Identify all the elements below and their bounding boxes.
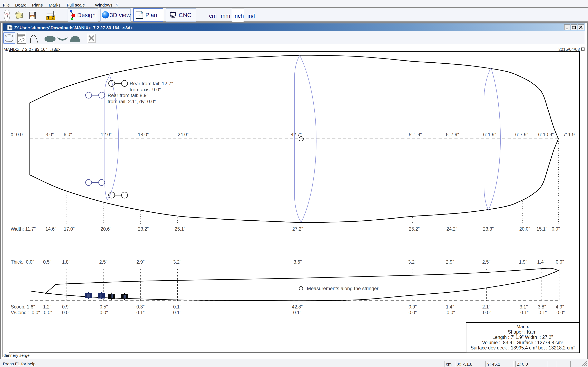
svg-text:24.2": 24.2" xyxy=(447,226,457,232)
svg-text:0.9": 0.9" xyxy=(408,304,417,309)
svg-text:-0.0": -0.0" xyxy=(481,310,491,315)
svg-text:0.1": 0.1" xyxy=(173,304,181,309)
svg-text:0.1": 0.1" xyxy=(136,310,145,315)
svg-text:V/Conc.: -0.0": V/Conc.: -0.0" xyxy=(11,310,40,315)
svg-text:15.1": 15.1" xyxy=(536,226,547,232)
svg-text:0.0": 0.0" xyxy=(100,310,108,315)
svg-text:0.1": 0.1" xyxy=(173,310,181,315)
svg-text:0.0": 0.0" xyxy=(552,226,560,232)
svg-text:Length : 7' 1.9" Width : 27.2: Length : 7' 1.9" Width : 27.2" xyxy=(493,334,553,340)
svg-text:Scoop: 1.6": Scoop: 1.6" xyxy=(11,304,35,309)
svg-text:24.0": 24.0" xyxy=(178,132,189,137)
svg-text:23.2": 23.2" xyxy=(138,226,149,232)
svg-text:0.9": 0.9" xyxy=(62,304,70,309)
svg-text:6' 1.9": 6' 1.9" xyxy=(483,132,496,137)
svg-text:7' 1.9": 7' 1.9" xyxy=(563,132,576,137)
svg-text:6' 7.9": 6' 7.9" xyxy=(515,132,528,137)
svg-text:12.0": 12.0" xyxy=(101,132,112,137)
svg-text:1.2": 1.2" xyxy=(43,304,51,309)
svg-text:6.0": 6.0" xyxy=(64,132,72,137)
svg-text:27.2": 27.2" xyxy=(292,226,303,232)
svg-text:Rear from tail: 8.9": Rear from tail: 8.9" xyxy=(108,92,148,98)
svg-text:1.4": 1.4" xyxy=(446,304,454,309)
svg-text:Rear from tail: 12.7": Rear from tail: 12.7" xyxy=(130,81,173,86)
svg-text:Shaper : Kami: Shaper : Kami xyxy=(508,329,537,334)
svg-text:Width: 11.7": Width: 11.7" xyxy=(11,226,36,232)
svg-text:from axis: 9.0": from axis: 9.0" xyxy=(130,87,161,92)
svg-text:20.0": 20.0" xyxy=(519,226,530,232)
svg-text:3.1": 3.1" xyxy=(520,304,528,309)
svg-text:0.0": 0.0" xyxy=(556,259,564,265)
svg-text:2.5": 2.5" xyxy=(99,259,107,265)
svg-text:-0.0": -0.0" xyxy=(42,310,52,315)
svg-text:42.7": 42.7" xyxy=(291,132,302,137)
svg-text:2.1": 2.1" xyxy=(482,304,490,309)
svg-text:-0.1": -0.1" xyxy=(519,310,528,315)
svg-text:0: 0 xyxy=(52,17,53,19)
svg-text:Volume : 83.9 l Surface : 12: Volume : 83.9 l Surface : 12779.8 cm² xyxy=(482,340,563,345)
svg-text:1.9": 1.9" xyxy=(519,259,527,265)
svg-text:3.0": 3.0" xyxy=(45,132,54,137)
svg-text:Measurements along the stringe: Measurements along the stringer xyxy=(307,286,379,291)
svg-text:23.3": 23.3" xyxy=(483,226,494,232)
svg-text:Manix: Manix xyxy=(516,324,529,329)
svg-text:25.2": 25.2" xyxy=(409,226,420,232)
svg-text:5' 1.9": 5' 1.9" xyxy=(409,132,422,137)
svg-text:14.6": 14.6" xyxy=(45,226,56,232)
svg-text:3.2": 3.2" xyxy=(173,259,181,265)
svg-text:X: 0.0": X: 0.0" xyxy=(10,132,24,137)
svg-text:0.5": 0.5" xyxy=(43,259,51,265)
svg-text:Surface dev deck : 13995.4 cm²: Surface dev deck : 13995.4 cm² bot : 132… xyxy=(471,345,575,350)
svg-text:2.5": 2.5" xyxy=(482,259,490,265)
svg-text:-0.0": -0.0" xyxy=(445,310,455,315)
svg-text:from rail: 2.1", dy: 0.0": from rail: 2.1", dy: 0.0" xyxy=(108,99,156,104)
svg-text:17.0": 17.0" xyxy=(64,226,75,232)
svg-text:42.8": 42.8" xyxy=(292,304,303,309)
svg-text:1.8": 1.8" xyxy=(62,259,70,265)
svg-text:6' 10.9": 6' 10.9" xyxy=(538,132,554,137)
svg-text:1: 1 xyxy=(48,17,49,19)
svg-text:2.9": 2.9" xyxy=(136,259,145,265)
svg-text:5' 7.9": 5' 7.9" xyxy=(446,132,459,137)
svg-text:3.8": 3.8" xyxy=(538,304,546,309)
svg-text:2.9": 2.9" xyxy=(446,259,454,265)
svg-text:3.2": 3.2" xyxy=(408,259,416,265)
svg-text:3.6": 3.6" xyxy=(294,259,302,265)
svg-text:20.6": 20.6" xyxy=(101,226,112,232)
svg-text:-0.0": -0.0" xyxy=(555,310,565,315)
svg-text:-0.1": -0.1" xyxy=(537,310,547,315)
svg-text:1.4": 1.4" xyxy=(537,259,545,265)
svg-text:0.5": 0.5" xyxy=(100,304,108,309)
svg-text:18.0": 18.0" xyxy=(138,132,149,137)
svg-text:0.0": 0.0" xyxy=(62,310,70,315)
svg-text:0.0": 0.0" xyxy=(408,310,417,315)
svg-text:0.1": 0.1" xyxy=(293,310,301,315)
svg-text:0.3": 0.3" xyxy=(136,304,145,309)
svg-text:25.1": 25.1" xyxy=(175,226,186,232)
svg-text:4.9": 4.9" xyxy=(556,304,564,309)
svg-text:Thick.: 0.0": Thick.: 0.0" xyxy=(11,259,34,265)
